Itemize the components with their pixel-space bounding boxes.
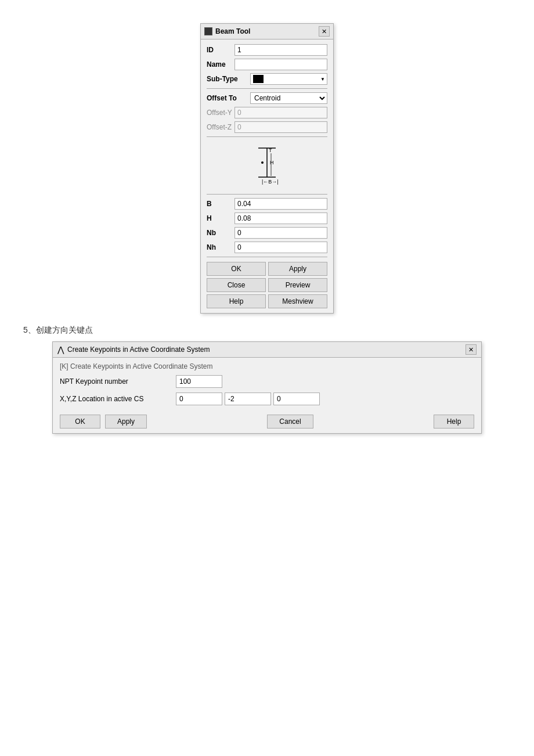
nb-label: Nb <box>207 229 234 237</box>
kp-subtitle: [K] Create Keypoints in Active Coordinat… <box>60 362 474 370</box>
svg-text:H: H <box>270 160 274 165</box>
offset-to-label: Offset To <box>207 94 250 102</box>
xyz-row: X,Y,Z Location in active CS <box>60 393 474 405</box>
offset-to-select-wrapper: Centroid <box>250 92 327 104</box>
separator-4 <box>207 257 327 257</box>
offset-to-row: Offset To Centroid <box>207 92 327 104</box>
z-input[interactable] <box>273 393 320 405</box>
kp-titlebar: ⋀ Create Keypoints in Active Coordinate … <box>53 342 481 358</box>
name-row: Name <box>207 59 327 70</box>
kp-buttons: OK Apply Cancel Help <box>60 411 474 429</box>
beam-tool-close-button[interactable]: ✕ <box>319 26 330 37</box>
svg-text:|←B→|: |←B→| <box>262 179 279 185</box>
kp-ok-button[interactable]: OK <box>60 415 100 429</box>
help-button[interactable]: Help <box>207 294 266 308</box>
subtype-black-square <box>253 75 264 83</box>
nh-input[interactable] <box>234 242 327 253</box>
beam-tool-title-icon <box>204 27 212 35</box>
b-row: B <box>207 198 327 210</box>
offset-z-input[interactable] <box>234 121 327 133</box>
name-input[interactable] <box>234 59 327 70</box>
ok-button[interactable]: OK <box>207 262 266 276</box>
beam-tool-title-left: Beam Tool <box>204 27 250 35</box>
offset-z-row: Offset-Z <box>207 121 327 133</box>
kp-help-button[interactable]: Help <box>434 415 474 429</box>
h-label: H <box>207 214 234 222</box>
beam-tool-body: ID Name Sub-Type ▼ Offset To Centroid <box>201 39 333 313</box>
nb-row: Nb <box>207 227 327 239</box>
subtype-select[interactable]: ▼ <box>250 73 327 85</box>
npt-input[interactable] <box>176 375 222 388</box>
close-button[interactable]: Close <box>207 278 266 292</box>
beam-tool-buttons: OK Apply Close Preview Help Meshview <box>207 262 327 308</box>
b-label: B <box>207 200 234 208</box>
h-input[interactable] <box>234 213 327 224</box>
beam-tool-dialog: Beam Tool ✕ ID Name Sub-Type ▼ Offset To <box>200 23 334 314</box>
offset-z-label: Offset-Z <box>207 123 234 131</box>
separator-2 <box>207 136 327 137</box>
npt-label: NPT Keypoint number <box>60 377 176 386</box>
svg-text:T: T <box>269 147 272 153</box>
subtype-label: Sub-Type <box>207 75 250 83</box>
id-row: ID <box>207 44 327 56</box>
kp-apply-button[interactable]: Apply <box>105 415 147 429</box>
offset-y-label: Offset-Y <box>207 109 234 117</box>
b-input[interactable] <box>234 198 327 210</box>
separator-1 <box>207 88 327 89</box>
preview-button[interactable]: Preview <box>268 278 327 292</box>
h-row: H <box>207 213 327 224</box>
kp-body: [K] Create Keypoints in Active Coordinat… <box>53 358 481 433</box>
svg-point-3 <box>261 161 264 164</box>
separator-3 <box>207 194 327 195</box>
subtype-dropdown-arrow: ▼ <box>320 77 325 82</box>
kp-title-text: Create Keypoints in Active Coordinate Sy… <box>67 345 210 354</box>
offset-y-input[interactable] <box>234 107 327 118</box>
offset-to-select[interactable]: Centroid <box>250 92 327 104</box>
id-label: ID <box>207 46 234 54</box>
kp-title-left: ⋀ Create Keypoints in Active Coordinate … <box>57 345 210 354</box>
xyz-inputs <box>176 393 320 405</box>
nb-input[interactable] <box>234 227 327 239</box>
nh-label: Nh <box>207 243 234 251</box>
offset-y-row: Offset-Y <box>207 107 327 118</box>
kp-title-icon: ⋀ <box>57 345 64 354</box>
cross-section-svg: T H |←B→| <box>241 145 293 186</box>
cross-section-diagram: T H |←B→| <box>207 141 327 190</box>
y-input[interactable] <box>225 393 271 405</box>
meshview-button[interactable]: Meshview <box>268 294 327 308</box>
beam-tool-title-text: Beam Tool <box>215 27 250 35</box>
kp-cancel-button[interactable]: Cancel <box>267 415 313 429</box>
npt-row: NPT Keypoint number <box>60 375 474 388</box>
name-label: Name <box>207 60 234 69</box>
subtype-row: Sub-Type ▼ <box>207 73 327 85</box>
id-input[interactable] <box>234 44 327 56</box>
nh-row: Nh <box>207 242 327 253</box>
beam-tool-titlebar: Beam Tool ✕ <box>201 24 333 39</box>
keypoints-dialog: ⋀ Create Keypoints in Active Coordinate … <box>52 341 482 434</box>
apply-button[interactable]: Apply <box>268 262 327 276</box>
xyz-label: X,Y,Z Location in active CS <box>60 395 176 403</box>
kp-close-button[interactable]: ✕ <box>466 344 477 355</box>
x-input[interactable] <box>176 393 222 405</box>
section-label: 5、创建方向关键点 <box>23 325 511 336</box>
